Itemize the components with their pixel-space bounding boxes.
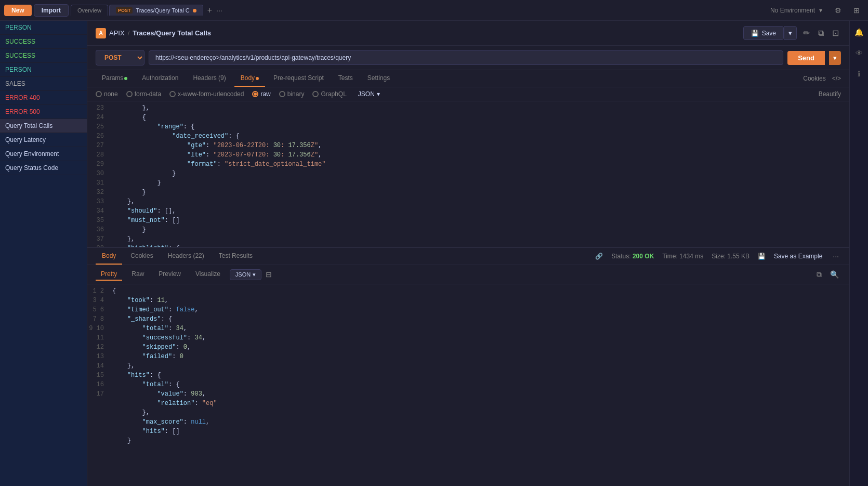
response-format-row: Pretty Raw Preview Visualize JSON ▾ ⊟ ⧉ [87,265,849,284]
save-dropdown-button[interactable]: ▾ [784,26,797,40]
tab-headers-label: Headers (9) [193,74,226,82]
tab-authorization[interactable]: Authorization [136,70,185,87]
breadcrumb: A APIX / Traces/Query Total Calls [96,28,738,38]
response-code-area[interactable]: 1 2 3 4 5 6 7 8 9 10 11 12 13 14 15 16 1… [87,284,849,486]
tab-overview-label: Overview [77,7,101,14]
sidebar-item-person1[interactable]: PERSON [0,21,87,35]
body-type-graphql[interactable]: GraphQL [312,90,346,98]
request-header: A APIX / Traces/Query Total Calls 💾 Save… [87,21,849,46]
environment-selector[interactable]: No Environment ▾ [770,7,822,14]
resp-code-content[interactable]: { "took": 11, "timed_out": false, "_shar… [108,284,849,486]
sidebar-item-success1[interactable]: SUCCESS [0,35,87,49]
body-type-binary[interactable]: binary [279,90,305,98]
body-type-raw[interactable]: raw [252,90,270,98]
request-tabs-row: Params Authorization Headers (9) Body Pr… [87,70,849,87]
radio-binary-dot [279,91,285,97]
resp-format-preview[interactable]: Preview [153,268,186,281]
save-label: Save [762,30,776,37]
tab-add-button[interactable]: + [204,6,215,15]
radio-raw-dot [252,91,258,97]
resp-tab-test-results[interactable]: Test Results [213,248,259,265]
right-sidebar: 🔔 👁 ℹ [849,21,868,486]
resp-more-button[interactable]: ··· [831,251,841,261]
tab-bar: Overview POST Traces/Query Total C + ··· [71,5,768,16]
tab-params[interactable]: Params [96,70,134,87]
sidebar-item-query-total[interactable]: Query Total Calls [0,119,87,133]
method-select[interactable]: POST GET PUT DELETE [96,50,144,65]
edit-icon-button[interactable]: ✏ [801,26,812,40]
response-area: Body Cookies Headers (22) Test Results 🔗… [87,247,849,486]
code-icon[interactable]: </> [832,75,841,82]
tab-method-label: POST [116,7,133,14]
import-button[interactable]: Import [34,4,69,17]
url-input[interactable] [149,50,783,65]
sidebar-item-query-env[interactable]: Query Environment [0,147,87,161]
tab-tests-label: Tests [338,74,353,82]
tab-settings-label: Settings [367,74,390,82]
tab-headers[interactable]: Headers (9) [187,70,232,87]
resp-search-button[interactable]: 🔍 [828,269,841,280]
resp-tab-headers[interactable]: Headers (22) [162,248,211,265]
layout-icon[interactable]: ⊞ [849,3,864,18]
save-button[interactable]: 💾 Save [743,26,784,40]
tab-body[interactable]: Body [234,70,265,87]
save-icon: 💾 [751,30,759,37]
radio-graphql-dot [312,91,319,97]
body-type-none[interactable]: none [96,90,118,98]
tabs-right: Cookies </> [803,75,841,82]
copy-icon-button[interactable]: ⧉ [816,27,826,40]
send-button[interactable]: Send [787,51,825,65]
resp-tab-cookies[interactable]: Cookies [124,248,159,265]
save-example-button[interactable]: Save as Example [774,253,822,260]
json-type-selector[interactable]: JSON ▾ [358,90,380,98]
filter-icon[interactable]: ⊟ [266,270,272,279]
tab-prerequest-label: Pre-request Script [273,74,324,82]
request-editor[interactable]: 23 24 25 26 27 28 29 30 31 32 33 34 35 3… [87,101,849,247]
status-icon: 🔗 [595,253,603,260]
tab-settings[interactable]: Settings [361,70,396,87]
save-button-group: 💾 Save ▾ [743,26,797,40]
resp-tab-body[interactable]: Body [96,248,122,265]
sidebar-item-success2[interactable]: SUCCESS [0,49,87,63]
sidebar-item-error400[interactable]: ERROR 400 [0,91,87,105]
body-type-urlencoded[interactable]: x-www-form-urlencoded [169,90,244,98]
resp-right-icons: ⧉ 🔍 [814,269,841,280]
radio-none-dot [96,91,102,97]
tab-active[interactable]: POST Traces/Query Total C [109,5,203,16]
info-icon[interactable]: ℹ [852,67,866,81]
radio-formdata-dot [126,91,133,97]
status-text: Status: 200 OK [611,253,654,260]
eye-icon[interactable]: 👁 [852,46,866,60]
sidebar-item-error500[interactable]: ERROR 500 [0,105,87,119]
beautify-button[interactable]: Beautify [819,90,841,98]
more-actions-button[interactable]: ⊡ [830,26,841,40]
settings-icon[interactable]: ⚙ [831,3,845,18]
cookies-link[interactable]: Cookies [803,75,825,82]
sidebar-item-query-latency[interactable]: Query Latency [0,133,87,147]
bell-icon[interactable]: 🔔 [852,25,866,40]
send-dropdown-button[interactable]: ▾ [829,51,841,65]
tab-overview[interactable]: Overview [71,5,108,16]
resp-json-badge[interactable]: JSON ▾ [230,269,261,280]
resp-format-pretty[interactable]: Pretty [96,268,122,281]
sidebar-item-sales[interactable]: SALES [0,77,87,91]
sidebar-item-person2[interactable]: PERSON [0,63,87,77]
tab-tests[interactable]: Tests [332,70,359,87]
body-type-form-data[interactable]: form-data [126,90,161,98]
tab-more-button[interactable]: ··· [216,6,222,15]
editor-code-content[interactable]: }, { "range": { "date_received": { "gte"… [108,101,849,247]
resp-format-raw[interactable]: Raw [126,268,149,281]
topbar: New Import Overview POST Traces/Query To… [0,0,868,21]
breadcrumb-separator: / [128,29,130,37]
env-chevron-icon: ▾ [819,7,822,14]
sidebar-item-query-status[interactable]: Query Status Code [0,161,87,175]
request-actions: 💾 Save ▾ ✏ ⧉ ⊡ [743,26,841,40]
resp-format-visualize[interactable]: Visualize [190,268,226,281]
tab-prerequest[interactable]: Pre-request Script [267,70,330,87]
save-example-icon: 💾 [758,253,766,260]
resp-copy-button[interactable]: ⧉ [814,269,824,280]
new-button[interactable]: New [4,5,32,16]
time-text: Time: 1434 ms [662,253,703,260]
params-dot [124,77,127,80]
editor-line-numbers: 23 24 25 26 27 28 29 30 31 32 33 34 35 3… [87,101,108,247]
